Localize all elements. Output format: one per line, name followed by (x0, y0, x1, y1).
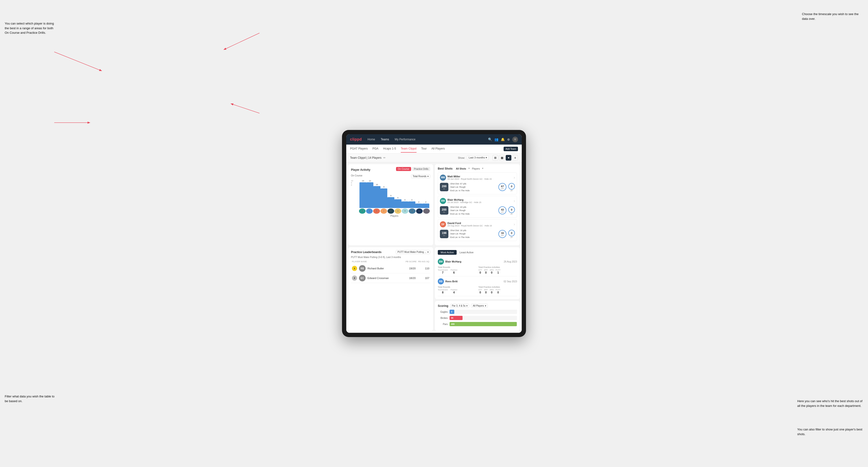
stat-circle-2: 0 (508, 206, 515, 213)
scoring-bar-container: 96 (450, 316, 517, 320)
tab-all-shots[interactable]: All Shots (455, 167, 467, 170)
shot-player-avatar: MM (440, 175, 446, 181)
active-date: 02 Sep 2023 (503, 280, 517, 283)
bar-group: 3 (408, 180, 415, 208)
shot-player-avatar: DF (440, 221, 446, 227)
stat-unit-1: yds (501, 188, 504, 189)
shot-player-detail: 09 Jun 2023 · Royal North Devon GC · Hol… (447, 178, 492, 180)
stat-value-1: 43 (501, 208, 504, 211)
x-axis-label: Players (359, 215, 430, 217)
badge-num: 200 (442, 185, 446, 188)
main-content: Player Activity On Course Practice Drill… (346, 162, 522, 333)
toggle-on-course[interactable]: On Course (396, 167, 411, 171)
annotation-bottom-right2: You can also filter to show just one pla… (797, 427, 863, 436)
tab-players[interactable]: Players (470, 167, 481, 170)
stat-gtt: GTT0 (478, 269, 482, 274)
tab-most-active[interactable]: Most Active (438, 250, 457, 255)
active-avatar: BM (438, 258, 444, 264)
subnav-pga[interactable]: PGA (372, 145, 378, 153)
badge-label: SG (443, 235, 445, 236)
shot-detail-3: End Lie: In The Hole (450, 212, 497, 216)
scoring-label: Pars (438, 323, 448, 325)
show-label: Show: (458, 156, 465, 159)
active-players: BM Blair McHarg 26 Aug 2023 Total Rounds… (438, 257, 517, 296)
shots-tabs: All Shots ▾ Players ▾ (455, 167, 484, 170)
heart-icon[interactable]: ♥ (506, 155, 512, 161)
add-team-button[interactable]: Add Team (503, 147, 518, 151)
shot-card-body: 200 SG Shot Dist: 43 yds Start Lie: Roug… (440, 206, 515, 216)
tablet-frame: clippd Home Teams My Performance 🔍 👥 🔔 ⊕… (342, 130, 526, 337)
edit-icon[interactable]: ✏ (383, 156, 385, 159)
leaderboard-dropdown[interactable]: PUTT Must Make Putting ... ▾ (396, 250, 430, 254)
shot-card: DF David Ford 24 Aug 2023 · Royal North … (438, 219, 517, 241)
bar (394, 199, 401, 208)
best-shots-title: Best Shots (438, 167, 453, 170)
list-icon[interactable]: ≡ (512, 155, 518, 161)
nav-link-teams[interactable]: Teams (380, 137, 390, 142)
shot-stat-1: 67 yds (498, 183, 506, 191)
shot-card-body: 200 SG Shot Dist: 67 yds Start Lie: Roug… (440, 182, 515, 192)
subnav-allplayers[interactable]: All Players (431, 145, 445, 153)
active-player: BM Blair McHarg 26 Aug 2023 Total Rounds… (438, 257, 517, 276)
total-rounds-dropdown[interactable]: Total Rounds ▾ (411, 174, 430, 178)
right-column: Most Active Least Active BM Blair McHarg… (435, 247, 520, 331)
practice-activity-values: GTT0APP0ARG0PUTT0 (478, 289, 517, 294)
bar-group: 5 (387, 180, 394, 208)
subnav-teamclippd[interactable]: Team Clippd (401, 145, 416, 153)
leaderboard-row: 1 RB Richard Butler 19/20 110 (351, 264, 430, 273)
scoring-row: Birdies 96 (438, 316, 517, 320)
bar (408, 201, 415, 208)
bell-icon[interactable]: 🔔 (501, 137, 505, 141)
active-player-header: RB Rees Britt 02 Sep 2023 (438, 278, 517, 284)
avatar[interactable]: U (512, 136, 518, 142)
bar-group: 2 (422, 180, 429, 208)
subnav-tour[interactable]: Tour (421, 145, 427, 153)
chevron-down-icon: ▾ (427, 175, 429, 178)
chevron-down-icon: ▾ (486, 156, 487, 159)
stat-circle-1: 43 yds (498, 206, 506, 214)
lb-score: 18/20 (404, 277, 415, 280)
lb-name: Richard Butler (368, 267, 402, 270)
tab-least-active[interactable]: Least Active (457, 250, 476, 255)
practice-activities-label: Total Practice Activities (478, 266, 517, 269)
bar (415, 204, 423, 208)
show-dropdown[interactable]: Last 3 months ▾ (467, 155, 489, 160)
annotation-top-right: Choose the timescale you wish to see the… (802, 12, 863, 21)
nav-link-home[interactable]: Home (367, 137, 376, 142)
scoring-label: Birdies (438, 317, 448, 319)
y-label-10: 10 (351, 180, 356, 182)
subnav-pgat[interactable]: PGAT Players (350, 145, 368, 153)
bar-group: 2 (415, 180, 423, 208)
toggle-practice[interactable]: Practice Drills (412, 167, 430, 171)
chevron-right-icon[interactable]: › (514, 222, 515, 226)
plus-circle-icon[interactable]: ⊕ (507, 137, 510, 141)
players-filter-dropdown[interactable]: All Players ▾ (471, 304, 488, 308)
search-icon[interactable]: 🔍 (488, 137, 492, 141)
lb-rank: 1 (352, 266, 357, 271)
all-shots-chevron[interactable]: ▾ (468, 167, 470, 170)
players-chevron[interactable]: ▾ (482, 167, 483, 170)
bar-group: 10 (373, 180, 380, 208)
badge-num: 198 (442, 231, 446, 235)
view-icons: ⊞ ▦ ♥ ≡ (493, 155, 518, 161)
shot-details: Shot Dist: 67 yds Start Lie: Rough End L… (450, 182, 497, 192)
subnav-hcaps[interactable]: Hcaps 1-5 (383, 145, 396, 153)
stat-app: APP0 (484, 289, 488, 294)
scoring-bar: 499 (450, 322, 517, 326)
chevron-right-icon[interactable]: › (514, 176, 515, 180)
shots-header: Best Shots All Shots ▾ Players ▾ (438, 167, 517, 170)
practice-value: 6 (453, 271, 455, 274)
stat-arg: ARG0 (490, 269, 494, 274)
shot-player-name: Matt Miller (447, 175, 492, 178)
leaderboard-cols: PLAYER NAME PB SCORE PB AVG SQ (351, 260, 430, 263)
grid-icon[interactable]: ▦ (499, 155, 505, 161)
people-icon[interactable]: 👥 (494, 137, 498, 141)
svg-line-0 (54, 52, 101, 71)
chevron-right-icon[interactable]: › (514, 199, 515, 203)
nav-link-performance[interactable]: My Performance (394, 137, 416, 142)
par-dropdown[interactable]: Par 3, 4 & 5s ▾ (450, 304, 469, 308)
grid-small-icon[interactable]: ⊞ (493, 155, 498, 161)
bar (373, 186, 380, 208)
bar (387, 197, 394, 208)
bar-group: 4 (394, 180, 401, 208)
